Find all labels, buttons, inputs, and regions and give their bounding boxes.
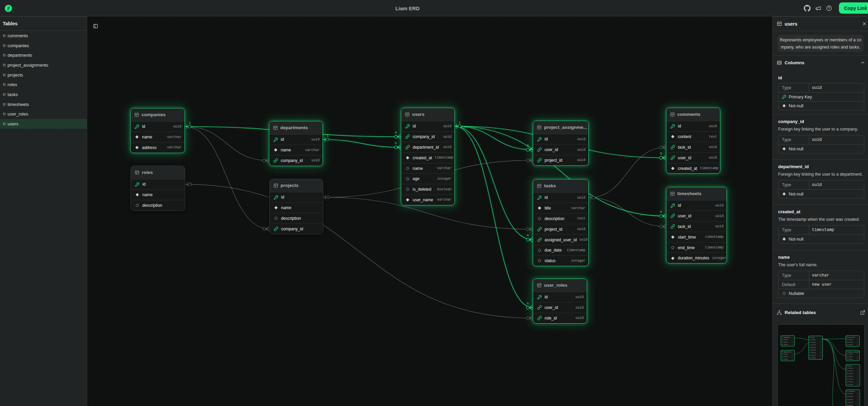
svg-text:n: n — [660, 152, 662, 155]
svg-text:companies: companies — [784, 336, 790, 338]
svg-text:n: n — [395, 131, 397, 135]
svg-text:departments: departments — [784, 351, 791, 353]
svg-text:n: n — [660, 210, 662, 214]
svg-text:1: 1 — [189, 121, 191, 125]
svg-text:comments: comments — [849, 390, 855, 392]
svg-text:project_assignme: project_assignme — [849, 351, 860, 353]
svg-text:tasks: tasks — [849, 365, 852, 367]
svg-text:n: n — [395, 141, 397, 145]
svg-text:1: 1 — [459, 121, 461, 124]
svg-text:users: users — [811, 337, 815, 338]
svg-text:n: n — [527, 234, 529, 238]
svg-text:user_roles: user_roles — [849, 336, 855, 338]
svg-text:n: n — [527, 302, 529, 306]
svg-text:1: 1 — [327, 134, 329, 138]
svg-text:n: n — [527, 144, 529, 148]
